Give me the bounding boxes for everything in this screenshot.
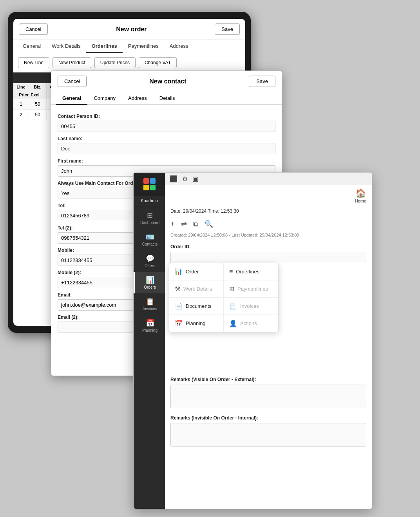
dd-orderlines-label: Orderlines: [236, 269, 259, 275]
dd-documents-label: Documents: [186, 303, 212, 309]
home-button[interactable]: 🏠 Home: [355, 188, 366, 203]
remarks-external-label: Remarks (Visible On Order - External):: [170, 377, 366, 382]
contact-tabs: General Company Address Details: [51, 92, 282, 105]
orderlines-actions: New Line New Product Update Prices Chang…: [13, 53, 245, 72]
remarks-internal-label: Remarks (Invisible On Order - Internal):: [170, 415, 366, 421]
field-label-firstname: First name:: [58, 158, 275, 164]
sidebar: Kuadmin ⊞ Dashboard 🪪 Contacts 💬 Offers …: [134, 173, 165, 509]
change-vat-button[interactable]: Change VAT: [139, 57, 177, 68]
sidebar-item-planning[interactable]: 📅 Planning: [134, 315, 165, 336]
copy-icon[interactable]: ⧉: [193, 220, 198, 228]
sidebar-item-label: Dashboard: [140, 221, 159, 225]
transfer-icon[interactable]: ⇌: [181, 220, 187, 228]
contact-tab-address[interactable]: Address: [122, 92, 153, 105]
offers-icon: 💬: [146, 254, 154, 263]
order-header: Cancel New order Save: [13, 19, 245, 40]
order-id-input[interactable]: [170, 252, 366, 263]
dd-paymentlines[interactable]: ⊞ Paymentlines: [224, 280, 278, 297]
topbar: ⬛ ⚙ ▣: [165, 173, 372, 185]
cancel-button[interactable]: Cancel: [19, 24, 48, 35]
logo-sq-blue: [150, 178, 156, 184]
sidebar-item-label: Invoices: [143, 307, 157, 311]
dd-documents[interactable]: 📄 Documents: [169, 298, 224, 315]
sidebar-item-contacts[interactable]: 🪪 Contacts: [134, 229, 165, 250]
sidebar-item-offers[interactable]: 💬 Offers: [134, 250, 165, 272]
dd-workdetails[interactable]: ⚒ Work Details: [169, 280, 224, 297]
dd-workdetails-label: Work Details: [183, 286, 212, 292]
dd-orderlines[interactable]: ≡ Orderlines: [224, 263, 278, 280]
window-icon[interactable]: ▣: [192, 175, 198, 183]
remarks-internal-input[interactable]: [170, 423, 366, 446]
home-label: Home: [355, 199, 366, 203]
field-contact-id[interactable]: [58, 121, 275, 132]
panel-app: Kuadmin ⊞ Dashboard 🪪 Contacts 💬 Offers …: [133, 172, 372, 509]
field-label-lastname: Last name:: [58, 136, 275, 141]
username-label: Kuadmin: [134, 196, 165, 207]
sidebar-item-label: Planning: [142, 328, 158, 333]
home-icon: 🏠: [355, 188, 366, 199]
dd-invoices[interactable]: 🧾 Invoices: [224, 298, 278, 315]
sidebar-item-label: Orders: [144, 285, 156, 289]
dd-actions[interactable]: 👤 Actions: [224, 315, 278, 332]
dd-invoices-label: Invoices: [240, 303, 259, 309]
order-title: New order: [116, 26, 147, 33]
topbar-icons: ⬛ ⚙ ▣: [170, 175, 198, 183]
field-label-id: Contact Person ID:: [58, 114, 275, 119]
logo-area: [134, 173, 165, 196]
tab-work-details[interactable]: Work Details: [46, 40, 86, 53]
planning-dd-icon: 📅: [175, 320, 183, 327]
update-prices-button[interactable]: Update Prices: [94, 57, 136, 68]
sidebar-item-label: Offers: [145, 264, 155, 268]
orderlines-dd-icon: ≡: [229, 268, 233, 275]
dd-planning[interactable]: 📅 Planning: [169, 315, 224, 332]
tab-general[interactable]: General: [17, 40, 46, 53]
save-button[interactable]: Save: [215, 24, 240, 35]
contact-cancel-button[interactable]: Cancel: [58, 76, 87, 87]
contact-tab-details[interactable]: Details: [153, 92, 181, 105]
logo-sq-yellow: [143, 185, 149, 190]
orders-icon: 📊: [146, 276, 154, 284]
remarks-external-input[interactable]: [170, 385, 366, 408]
dd-order-label: Order: [186, 269, 199, 275]
datetime-display: Date: 29/04/2024 Time: 12:53:30: [165, 205, 372, 217]
contact-title: New contact: [149, 78, 186, 85]
add-icon[interactable]: +: [170, 220, 175, 228]
dropdown-row-2: ⚒ Work Details ⊞ Paymentlines: [169, 280, 278, 298]
invoices-icon: 📋: [146, 297, 154, 306]
contact-tab-company[interactable]: Company: [87, 92, 122, 105]
dd-order[interactable]: 📊 Order: [169, 263, 224, 280]
contact-header: Cancel New contact Save: [51, 71, 282, 92]
contacts-icon: 🪪: [146, 233, 154, 241]
sidebar-item-dashboard[interactable]: ⊞ Dashboard: [134, 207, 165, 229]
documents-dd-icon: 📄: [175, 302, 183, 310]
new-product-button[interactable]: New Product: [52, 57, 91, 68]
dropdown-row-3: 📄 Documents 🧾 Invoices: [169, 298, 278, 315]
invoices-dd-icon: 🧾: [229, 302, 237, 310]
sidebar-item-orders[interactable]: 📊 Orders: [134, 272, 165, 293]
order-content: Order ID: 📊 Order ≡ Orderlines ⚒: [165, 239, 372, 509]
contact-tab-general[interactable]: General: [56, 92, 87, 105]
tab-orderlines[interactable]: Orderlines: [86, 40, 123, 53]
logo-sq-red: [143, 178, 149, 184]
contact-save-button[interactable]: Save: [249, 76, 275, 87]
search-icon[interactable]: 🔍: [205, 220, 213, 228]
app-logo: [143, 178, 156, 190]
tab-address[interactable]: Address: [164, 40, 194, 53]
logo-sq-green: [150, 185, 156, 190]
dropdown-row-1: 📊 Order ≡ Orderlines: [169, 263, 278, 280]
main-content: ⬛ ⚙ ▣ 🏠 Home Date: 29/04/2024 Time: 12:5…: [165, 173, 372, 509]
dd-actions-label: Actions: [240, 320, 257, 326]
actions-bar: + ⇌ ⧉ 🔍: [165, 217, 372, 231]
field-lastname[interactable]: [58, 143, 275, 154]
new-line-button[interactable]: New Line: [18, 57, 49, 68]
dd-paymentlines-label: Paymentlines: [237, 286, 268, 292]
actions-dd-icon: 👤: [229, 320, 237, 327]
sidebar-item-invoices[interactable]: 📋 Invoices: [134, 293, 165, 315]
menu-icon[interactable]: ⬛: [170, 175, 177, 183]
tab-paymentlines[interactable]: Paymentlines: [123, 40, 164, 53]
order-id-label: Order ID:: [170, 244, 366, 249]
workdetails-dd-icon: ⚒: [175, 285, 180, 293]
dropdown-row-4: 📅 Planning 👤 Actions: [169, 315, 278, 332]
planning-icon: 📅: [146, 319, 154, 327]
gear-icon[interactable]: ⚙: [182, 175, 188, 183]
